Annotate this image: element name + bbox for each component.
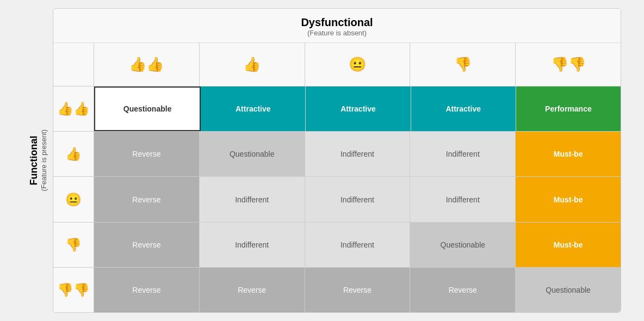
double-thumbs-down-icon: 👎👎 bbox=[57, 282, 90, 298]
row-icon-1: 👍 bbox=[53, 132, 94, 177]
row-icon-header-spacer bbox=[53, 43, 94, 87]
col-double-thumbs-down-icon: 👎👎 bbox=[551, 56, 586, 73]
cell-2-0: Reverse bbox=[94, 177, 200, 221]
col-header-3: 👎 bbox=[410, 43, 516, 86]
cell-2-1: Indifferent bbox=[200, 177, 305, 221]
cell-0-0: Questionable bbox=[94, 87, 201, 131]
functional-main-label: Functional bbox=[28, 129, 40, 191]
data-row-0: QuestionableAttractiveAttractiveAttracti… bbox=[94, 87, 621, 132]
col-thumbs-up-icon: 👍 bbox=[243, 56, 261, 73]
col-header-2: 😐 bbox=[305, 43, 411, 86]
grid-area: 👍👍 👍 😐 👎 👎👎 bbox=[94, 43, 621, 312]
cell-4-2: Reverse bbox=[305, 268, 411, 312]
data-row-1: ReverseQuestionableIndifferentIndifferen… bbox=[94, 132, 621, 177]
col-neutral-icon: 😐 bbox=[349, 56, 366, 73]
data-row-2: ReverseIndifferentIndifferentIndifferent… bbox=[94, 177, 621, 222]
cell-1-3: Indifferent bbox=[410, 132, 516, 176]
data-rows: QuestionableAttractiveAttractiveAttracti… bbox=[94, 87, 621, 312]
col-headers: 👍👍 👍 😐 👎 👎👎 bbox=[94, 43, 621, 87]
thumbs-down-icon: 👎 bbox=[65, 237, 82, 252]
thumbs-up-icon: 👍 bbox=[65, 146, 82, 162]
row-icons: 👍👍 👍 😐 👎 👎👎 bbox=[53, 43, 94, 312]
cell-3-3: Questionable bbox=[410, 223, 516, 267]
neutral-icon: 😐 bbox=[65, 192, 82, 207]
data-row-3: ReverseIndifferentIndifferentQuestionabl… bbox=[94, 223, 621, 268]
kano-matrix: Functional (Feature is present) Dysfunct… bbox=[23, 8, 621, 313]
content-area: Dysfunctional (Feature is absent) 👍👍 👍 😐… bbox=[53, 8, 621, 313]
table-wrapper: 👍👍 👍 😐 👎 👎👎 bbox=[53, 43, 621, 312]
dysfunctional-header: Dysfunctional (Feature is absent) bbox=[53, 9, 621, 43]
col-thumbs-down-icon: 👎 bbox=[454, 56, 472, 73]
cell-4-1: Reverse bbox=[200, 268, 305, 312]
functional-sub-label: (Feature is present) bbox=[40, 129, 48, 191]
col-header-1: 👍 bbox=[200, 43, 305, 86]
cell-1-0: Reverse bbox=[94, 132, 200, 176]
row-icon-3: 👎 bbox=[53, 223, 94, 268]
cell-2-2: Indifferent bbox=[305, 177, 411, 221]
cell-0-1: Attractive bbox=[201, 87, 306, 131]
dysfunctional-main-label: Dysfunctional bbox=[53, 16, 621, 29]
col-header-4: 👎👎 bbox=[516, 43, 621, 86]
col-header-0: 👍👍 bbox=[94, 43, 200, 86]
cell-4-0: Reverse bbox=[94, 268, 200, 312]
col-double-thumbs-up-icon: 👍👍 bbox=[129, 56, 164, 73]
double-thumbs-up-icon: 👍👍 bbox=[57, 101, 90, 116]
cell-3-0: Reverse bbox=[94, 223, 200, 267]
row-icon-0: 👍👍 bbox=[53, 87, 94, 132]
cell-3-4: Must-be bbox=[516, 223, 621, 267]
cell-1-2: Indifferent bbox=[305, 132, 411, 176]
dysfunctional-sub-label: (Feature is absent) bbox=[53, 29, 621, 37]
cell-2-3: Indifferent bbox=[410, 177, 516, 221]
cell-4-3: Reverse bbox=[410, 268, 516, 312]
cell-2-4: Must-be bbox=[516, 177, 621, 221]
cell-3-2: Indifferent bbox=[305, 223, 411, 267]
cell-0-3: Attractive bbox=[411, 87, 516, 131]
data-row-4: ReverseReverseReverseReverseQuestionable bbox=[94, 268, 621, 312]
cell-1-4: Must-be bbox=[516, 132, 621, 176]
cell-3-1: Indifferent bbox=[200, 223, 305, 267]
cell-0-2: Attractive bbox=[306, 87, 411, 131]
cell-4-4: Questionable bbox=[516, 268, 621, 312]
row-icon-2: 😐 bbox=[53, 177, 94, 222]
functional-label: Functional (Feature is present) bbox=[23, 8, 53, 313]
cell-1-1: Questionable bbox=[200, 132, 305, 176]
row-icon-4: 👎👎 bbox=[53, 268, 94, 312]
cell-0-4: Performance bbox=[516, 87, 621, 131]
